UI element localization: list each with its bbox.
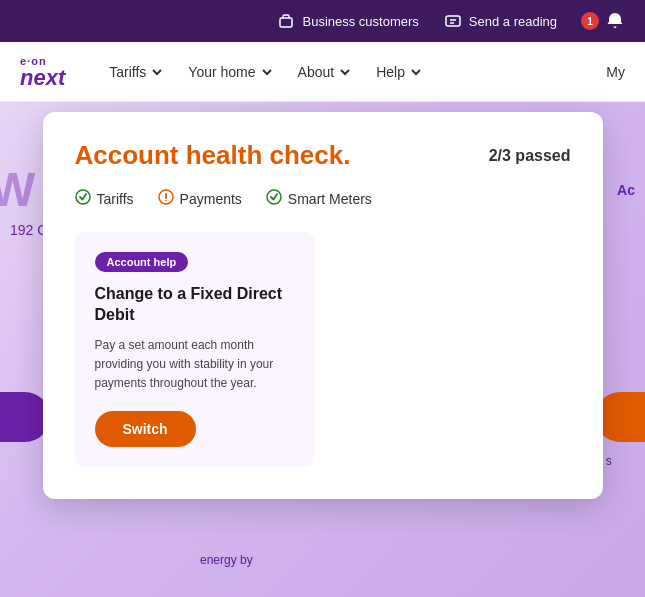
svg-rect-1 bbox=[446, 16, 460, 26]
send-reading-label: Send a reading bbox=[469, 14, 557, 29]
main-background: W 192 G Ac t paym payment ment is s afte… bbox=[0, 102, 645, 597]
check-tariffs: Tariffs bbox=[75, 189, 134, 208]
check-tariffs-icon bbox=[75, 189, 91, 208]
bell-icon bbox=[605, 11, 625, 31]
check-smart-meters: Smart Meters bbox=[266, 189, 372, 208]
my-label: My bbox=[606, 64, 625, 80]
passed-count: 2/3 passed bbox=[489, 147, 571, 165]
check-tariffs-label: Tariffs bbox=[97, 191, 134, 207]
notification-link[interactable]: 1 bbox=[581, 11, 625, 31]
tariffs-label: Tariffs bbox=[109, 64, 146, 80]
svg-point-5 bbox=[267, 190, 281, 204]
chevron-down-icon bbox=[260, 65, 274, 79]
svg-point-2 bbox=[76, 190, 90, 204]
check-payments-label: Payments bbox=[180, 191, 242, 207]
card-description: Pay a set amount each month providing yo… bbox=[95, 336, 295, 394]
account-help-card: Account help Change to a Fixed Direct De… bbox=[75, 232, 315, 467]
chevron-down-icon bbox=[338, 65, 352, 79]
chevron-down-icon bbox=[409, 65, 423, 79]
nav-my[interactable]: My bbox=[606, 64, 625, 80]
modal-overlay: Account health check. 2/3 passed Tariffs bbox=[0, 102, 645, 597]
nav-bar: e·on next Tariffs Your home About Help M… bbox=[0, 42, 645, 102]
health-check-modal: Account health check. 2/3 passed Tariffs bbox=[43, 112, 603, 499]
modal-title: Account health check. bbox=[75, 140, 351, 171]
about-label: About bbox=[298, 64, 335, 80]
modal-header: Account health check. 2/3 passed bbox=[75, 140, 571, 171]
check-smart-meters-icon bbox=[266, 189, 282, 208]
logo-next-text: next bbox=[20, 67, 65, 89]
send-reading-link[interactable]: Send a reading bbox=[443, 11, 557, 31]
nav-about[interactable]: About bbox=[298, 64, 353, 80]
check-smart-meters-label: Smart Meters bbox=[288, 191, 372, 207]
card-badge: Account help bbox=[95, 252, 189, 272]
your-home-label: Your home bbox=[188, 64, 255, 80]
svg-point-4 bbox=[165, 200, 167, 202]
nav-help[interactable]: Help bbox=[376, 64, 423, 80]
top-bar: Business customers Send a reading 1 bbox=[0, 0, 645, 42]
business-customers-link[interactable]: Business customers bbox=[276, 11, 418, 31]
notification-badge: 1 bbox=[581, 12, 599, 30]
svg-rect-0 bbox=[280, 18, 292, 27]
business-customers-label: Business customers bbox=[302, 14, 418, 29]
switch-button[interactable]: Switch bbox=[95, 411, 196, 447]
nav-your-home[interactable]: Your home bbox=[188, 64, 273, 80]
card-title: Change to a Fixed Direct Debit bbox=[95, 284, 295, 326]
logo[interactable]: e·on next bbox=[20, 55, 65, 89]
check-payments-icon bbox=[158, 189, 174, 208]
checks-row: Tariffs Payments bbox=[75, 189, 571, 208]
check-payments: Payments bbox=[158, 189, 242, 208]
nav-tariffs[interactable]: Tariffs bbox=[109, 64, 164, 80]
help-label: Help bbox=[376, 64, 405, 80]
briefcase-icon bbox=[276, 11, 296, 31]
chevron-down-icon bbox=[150, 65, 164, 79]
meter-icon bbox=[443, 11, 463, 31]
